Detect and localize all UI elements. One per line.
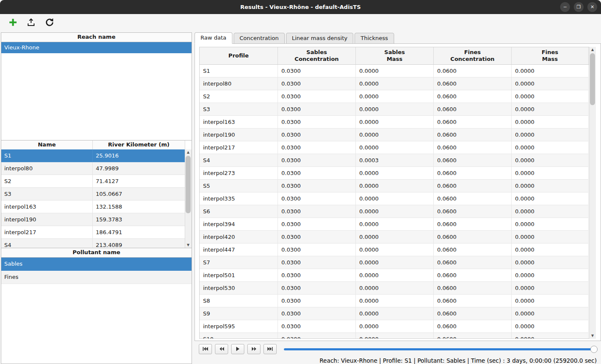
table-cell: S10 xyxy=(200,333,278,338)
table-row[interactable]: interpol3350.03000.00000.06000.0000 xyxy=(200,192,590,205)
table-cell: 0.0003 xyxy=(356,154,434,167)
table-cell: 0.0000 xyxy=(512,295,589,307)
profiles-scrollbar[interactable]: ▲ ▼ xyxy=(185,149,192,248)
table-cell: 0.0300 xyxy=(278,180,356,192)
table-cell: 0.0000 xyxy=(356,167,434,180)
profiles-col-name: Name xyxy=(1,140,93,149)
time-slider[interactable] xyxy=(284,344,598,354)
add-button[interactable] xyxy=(6,17,19,29)
scroll-down-icon[interactable]: ▼ xyxy=(185,242,191,248)
profiles-table-header: Name River Kilometer (m) xyxy=(1,140,185,150)
table-cell: interpol447 xyxy=(200,244,278,256)
profile-row[interactable]: S4213.4089 xyxy=(1,239,185,248)
minimize-button[interactable]: ─ xyxy=(560,2,570,12)
play-button[interactable] xyxy=(231,344,244,354)
table-cell: 0.0000 xyxy=(356,256,434,269)
tab-thickness[interactable]: Thickness xyxy=(355,33,394,44)
table-cell: 0.0300 xyxy=(278,231,356,244)
pollutant-item[interactable]: Fines xyxy=(1,271,192,284)
table-cell: interpol217 xyxy=(200,141,278,154)
table-row[interactable]: interpol3940.03000.00000.06000.0000 xyxy=(200,218,590,231)
table-row[interactable]: interpol2170.03000.00000.06000.0000 xyxy=(200,141,590,154)
table-cell: 0.0000 xyxy=(512,333,589,338)
time-slider-handle[interactable] xyxy=(590,346,598,353)
table-cell: 0.0000 xyxy=(356,192,434,205)
profile-row[interactable]: interpol217186.4791 xyxy=(1,226,185,239)
scroll-up-icon[interactable]: ▲ xyxy=(185,149,191,155)
table-cell: interpol595 xyxy=(200,320,278,333)
player-controls xyxy=(199,344,598,355)
profile-row[interactable]: interpol190159.3783 xyxy=(1,213,185,226)
table-cell: 0.0300 xyxy=(278,77,356,90)
table-scrollbar[interactable]: ▲ ▼ xyxy=(589,47,596,339)
table-cell: interpol190 xyxy=(200,129,278,141)
profile-row[interactable]: interpol163132.1588 xyxy=(1,201,185,213)
skip-to-start-button[interactable] xyxy=(199,344,212,354)
table-cell: 0.0000 xyxy=(356,333,434,338)
table-cell: 0.0300 xyxy=(278,141,356,154)
pollutant-panel-header: Pollutant name xyxy=(1,248,192,258)
profiles-scrollbar-thumb[interactable] xyxy=(186,156,191,213)
time-slider-track[interactable] xyxy=(284,348,598,350)
table-row[interactable]: S30.03000.00000.06000.0000 xyxy=(200,103,590,116)
table-row[interactable]: S20.03000.00000.06000.0000 xyxy=(200,90,590,103)
export-icon xyxy=(26,18,36,29)
tab-bar: Raw dataConcentrationLinear mass density… xyxy=(195,32,601,44)
profiles-panel: Name River Kilometer (m) S125.9016interp… xyxy=(1,140,192,249)
profile-cell: S1 xyxy=(1,149,93,162)
table-row[interactable]: S90.03000.00000.06000.0000 xyxy=(200,307,590,320)
table-cell: 0.0000 xyxy=(512,307,589,320)
table-cell: 0.0300 xyxy=(278,218,356,231)
table-cell: 0.0600 xyxy=(434,256,512,269)
table-cell: interpol530 xyxy=(200,282,278,295)
pollutant-item[interactable]: Sables xyxy=(1,258,192,271)
refresh-button[interactable] xyxy=(43,17,56,29)
table-cell: 0.0300 xyxy=(278,65,356,77)
scroll-up-icon[interactable]: ▲ xyxy=(590,47,595,53)
table-row[interactable]: interpol4470.03000.00000.06000.0000 xyxy=(200,244,590,256)
tab-raw-data[interactable]: Raw data xyxy=(195,32,232,44)
table-row[interactable]: interpol5300.03000.00000.06000.0000 xyxy=(200,282,590,295)
tab-linear-mass-density[interactable]: Linear mass density xyxy=(286,33,354,44)
profile-row[interactable]: interpol8047.9989 xyxy=(1,162,185,175)
profile-row[interactable]: S3105.0667 xyxy=(1,188,185,201)
table-cell: 0.0300 xyxy=(278,256,356,269)
table-row[interactable]: S40.03000.00030.06000.0000 xyxy=(200,154,590,167)
table-scrollbar-thumb[interactable] xyxy=(590,53,595,105)
maximize-button[interactable]: ❐ xyxy=(574,2,584,12)
table-cell: interpol335 xyxy=(200,192,278,205)
profile-cell: 71.4127 xyxy=(93,175,185,188)
table-row[interactable]: S80.03000.00000.06000.0000 xyxy=(200,295,590,307)
scroll-down-icon[interactable]: ▼ xyxy=(590,333,595,339)
table-row[interactable]: interpol5950.03000.00000.06000.0000 xyxy=(200,320,590,333)
fast-forward-button[interactable] xyxy=(247,344,260,354)
tab-concentration[interactable]: Concentration xyxy=(234,33,285,44)
skip-to-end-button[interactable] xyxy=(263,344,277,354)
profile-row[interactable]: S125.9016 xyxy=(1,149,185,162)
plus-icon xyxy=(8,17,18,29)
profile-row[interactable]: S271.4127 xyxy=(1,175,185,188)
table-cell: 0.0600 xyxy=(434,77,512,90)
table-row[interactable]: interpol1630.03000.00000.06000.0000 xyxy=(200,116,590,129)
reach-item[interactable]: Vieux-Rhone xyxy=(1,42,192,53)
close-button[interactable]: ✕ xyxy=(587,2,597,12)
table-row[interactable]: interpol800.03000.00000.06000.0000 xyxy=(200,77,590,90)
tab-content-raw-data: ProfileSables ConcentrationSables MassFi… xyxy=(195,43,601,341)
table-row[interactable]: interpol4200.03000.00000.06000.0000 xyxy=(200,231,590,244)
table-cell: 0.0000 xyxy=(356,90,434,103)
table-row[interactable]: S100.03000.00000.06000.0000 xyxy=(200,333,590,338)
table-row[interactable]: S50.03000.00000.06000.0000 xyxy=(200,180,590,192)
export-button[interactable] xyxy=(25,17,37,29)
table-row[interactable]: S10.03000.00000.06000.0000 xyxy=(200,65,590,77)
column-header: Sables Mass xyxy=(356,47,434,64)
table-row[interactable]: interpol1900.03000.00000.06000.0000 xyxy=(200,129,590,141)
table-cell: 0.0000 xyxy=(356,116,434,129)
table-row[interactable]: S60.03000.00000.06000.0000 xyxy=(200,205,590,218)
table-row[interactable]: S70.03000.00000.06000.0000 xyxy=(200,256,590,269)
table-cell: 0.0000 xyxy=(512,256,589,269)
fast-forward-icon xyxy=(252,346,257,353)
table-cell: 0.0600 xyxy=(434,90,512,103)
rewind-button[interactable] xyxy=(215,344,228,354)
table-row[interactable]: interpol5010.03000.00000.06000.0000 xyxy=(200,269,590,282)
table-row[interactable]: interpol2730.03000.00000.06000.0000 xyxy=(200,167,590,180)
